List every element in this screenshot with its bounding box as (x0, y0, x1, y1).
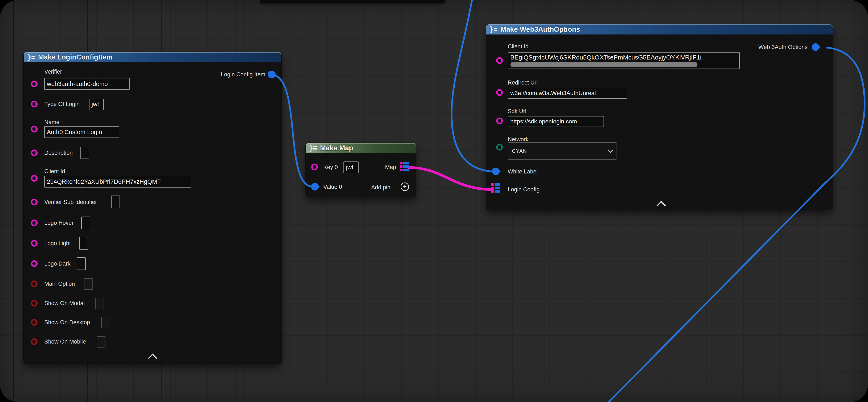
name-pin[interactable] (31, 126, 38, 133)
main-option-pin[interactable] (31, 281, 38, 287)
redirect-url-pin[interactable] (496, 89, 503, 96)
verifier-input[interactable]: web3auth-auth0-demo (44, 78, 130, 90)
type-of-login-label: Type Of Login (44, 101, 80, 108)
node-header[interactable]: }≡ Make Map (306, 143, 416, 153)
offscreen-node-fragment (260, 0, 445, 3)
node-header[interactable]: }= Make LoginConfigItem (24, 52, 281, 62)
client-id-label: Client Id (44, 168, 65, 175)
client-id-input[interactable]: 294QRkchfq2YaXUbPri7D6PH7xzHgQMT (44, 176, 191, 188)
show-on-desktop-pin[interactable] (31, 319, 38, 326)
type-of-login-input[interactable]: jwt (89, 98, 104, 110)
node-title: Make Map (320, 144, 353, 152)
main-option-checkbox[interactable] (84, 278, 93, 290)
value0-label: Value 0 (323, 184, 342, 190)
logo-dark-label: Logo Dark (44, 260, 70, 267)
web3auth-options-output-label: Web 3Auth Options (758, 44, 807, 51)
show-on-desktop-checkbox[interactable] (101, 317, 110, 328)
show-on-desktop-label: Show On Desktop (44, 319, 90, 326)
key0-input[interactable]: jwt (343, 162, 359, 173)
node-make-web3authoptions[interactable]: }= Make Web3AuthOptions Client Id BEglQS… (486, 24, 833, 210)
show-on-mobile-label: Show On Mobile (44, 339, 86, 345)
show-on-mobile-pin[interactable] (31, 338, 38, 345)
node-title: Make LoginConfigItem (38, 53, 113, 61)
network-label: Network (508, 136, 529, 143)
type-of-login-pin[interactable] (31, 101, 38, 108)
client-id-label: Client Id (508, 43, 529, 50)
make-map-icon: }≡ (309, 144, 317, 151)
main-option-label: Main Option (44, 281, 75, 287)
show-on-modal-checkbox[interactable] (95, 298, 104, 309)
verifier-pin[interactable] (31, 81, 38, 87)
logo-dark-pin[interactable] (31, 260, 38, 267)
client-id-pin[interactable] (496, 57, 503, 64)
network-dropdown[interactable]: CYAN (508, 142, 617, 160)
verifier-sub-identifier-label: Verifier Sub Identifier (44, 199, 97, 205)
redirect-url-input[interactable]: w3a://com.w3a.Web3AuthUnreal (508, 88, 627, 98)
network-selected-value: CYAN (512, 148, 527, 154)
node-make-map[interactable]: }≡ Make Map Key 0 jwt Map Value 0 Add pi… (306, 143, 416, 197)
show-on-mobile-checkbox[interactable] (97, 336, 105, 348)
redirect-url-label: Redirect Url (508, 80, 538, 86)
map-output-pin[interactable] (400, 162, 409, 171)
white-label-label: White Label (508, 168, 538, 175)
collapse-chevron-icon[interactable] (657, 201, 666, 210)
web3auth-options-output-pin[interactable] (812, 43, 819, 51)
name-label: Name (44, 119, 59, 125)
make-struct-icon: }= (27, 53, 35, 61)
sdk-url-pin[interactable] (496, 117, 503, 124)
map-output-label: Map (385, 164, 396, 171)
add-pin-icon[interactable]: + (401, 182, 409, 191)
add-pin-label: Add pin (371, 184, 391, 191)
logo-hover-input[interactable] (81, 217, 90, 229)
verifier-sub-identifier-pin[interactable] (31, 199, 38, 205)
name-input[interactable]: Auth0 Custom Login (44, 126, 119, 138)
node-make-loginconfigitem[interactable]: }= Make LoginConfigItem Verifier web3aut… (24, 52, 281, 364)
logo-hover-label: Logo Hover (44, 220, 74, 226)
description-label: Description (44, 150, 73, 156)
sdk-url-label: Sdk Url (508, 108, 526, 115)
make-struct-icon: }= (490, 26, 498, 33)
key0-label: Key 0 (323, 164, 338, 171)
verifier-sub-identifier-input[interactable] (111, 196, 120, 208)
client-id-hscrollbar[interactable] (510, 62, 698, 67)
value0-pin[interactable] (311, 183, 319, 191)
description-input[interactable] (81, 147, 89, 159)
white-label-pin[interactable] (492, 168, 500, 175)
network-pin[interactable] (496, 144, 503, 150)
sdk-url-input[interactable]: https://sdk.openlogin.com (508, 116, 604, 127)
description-pin[interactable] (31, 149, 38, 156)
show-on-modal-pin[interactable] (31, 300, 38, 307)
logo-light-input[interactable] (79, 237, 88, 250)
login-config-item-output-pin[interactable] (268, 70, 275, 78)
chevron-down-icon (608, 148, 613, 153)
logo-hover-pin[interactable] (31, 220, 38, 226)
key0-pin[interactable] (311, 164, 318, 170)
login-config-pin[interactable] (491, 183, 500, 193)
logo-light-label: Logo Light (44, 240, 71, 247)
logo-dark-input[interactable] (77, 257, 86, 270)
login-config-item-output-label: Login Config Item (221, 71, 265, 78)
blueprint-canvas[interactable]: }= Make LoginConfigItem Verifier web3aut… (0, 0, 868, 402)
node-title: Make Web3AuthOptions (501, 25, 580, 33)
client-id-pin[interactable] (31, 175, 38, 182)
node-header[interactable]: }= Make Web3AuthOptions (486, 24, 833, 34)
wire-map-to-loginconfig[interactable] (408, 167, 494, 190)
collapse-chevron-icon[interactable] (148, 354, 157, 363)
show-on-modal-label: Show On Modal (44, 300, 85, 307)
logo-light-pin[interactable] (31, 240, 38, 247)
login-config-label: Login Config (508, 186, 540, 193)
verifier-label: Verifier (44, 68, 62, 75)
